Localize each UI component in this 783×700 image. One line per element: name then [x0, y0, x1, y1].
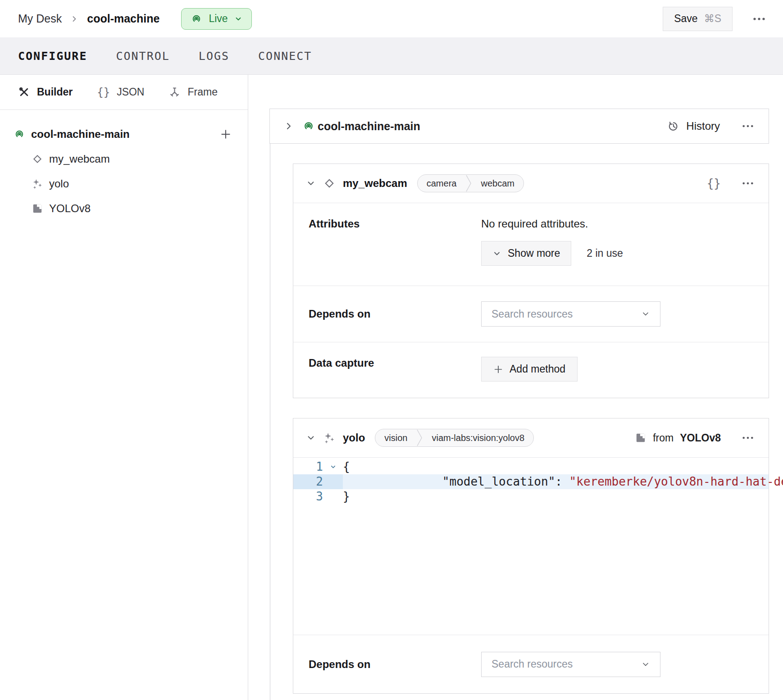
component-diamond-icon: [32, 153, 43, 165]
yolo-resource-card: yolo vision viam-labs:vision:yolov8: [293, 418, 769, 694]
more-menu-icon[interactable]: [742, 124, 754, 128]
sparkles-icon: [323, 432, 336, 444]
attributes-json-editor[interactable]: 1 { 2 "model_location": "keremberke/yolo…: [293, 457, 769, 635]
edit-json-icon[interactable]: {}: [707, 177, 721, 190]
view-tab-bar: Builder {} JSON Frame: [0, 75, 248, 110]
history-button[interactable]: History: [667, 120, 720, 132]
tree-item-label: yolo: [49, 177, 69, 190]
machine-part-card: cool-machine-main History: [269, 109, 769, 144]
from-module-name: YOLOv8: [680, 432, 721, 444]
breadcrumb-parent[interactable]: My Desk: [18, 12, 62, 25]
webcam-type-tag: camera: [418, 178, 466, 189]
yolo-depends-on-select[interactable]: Search resources: [481, 652, 660, 677]
part-title: cool-machine-main: [318, 120, 420, 133]
add-method-label: Add method: [510, 363, 565, 375]
line-number: 2: [293, 474, 323, 489]
yolo-type-model-tag: vision viam-labs:vision:yolov8: [375, 429, 534, 447]
module-icon: [635, 432, 646, 444]
add-resource-icon[interactable]: [220, 128, 232, 140]
broadcast-icon: [14, 128, 25, 140]
tab-logs[interactable]: LOGS: [199, 50, 229, 63]
collapse-chevron-down-icon[interactable]: [306, 433, 316, 443]
webcam-model-tag: webcam: [472, 178, 523, 189]
part-connector-rail: [270, 144, 270, 700]
depends-on-label: Depends on: [309, 309, 481, 319]
machine-status-live-button[interactable]: Live: [181, 8, 251, 30]
webcam-depends-on-section: Depends on Search resources: [293, 286, 769, 342]
line-number: 3: [293, 489, 323, 504]
tab-control[interactable]: CONTROL: [116, 50, 169, 63]
view-tab-frame-label: Frame: [187, 86, 217, 98]
view-tab-json-label: JSON: [117, 86, 144, 98]
more-menu-icon[interactable]: [742, 181, 754, 186]
show-more-label: Show more: [508, 247, 560, 259]
show-more-button[interactable]: Show more: [481, 241, 571, 266]
history-clock-icon: [667, 120, 680, 132]
webcam-depends-on-select[interactable]: Search resources: [481, 301, 660, 327]
webcam-resource-card: my_webcam camera webcam {} Attributes: [293, 164, 769, 398]
tree-item-module[interactable]: YOLOv8: [0, 196, 248, 221]
attributes-in-use-count: 2 in use: [587, 247, 623, 259]
tree-item-yolo[interactable]: yolo: [0, 171, 248, 196]
webcam-card-title: my_webcam: [343, 177, 407, 190]
tree-item-machine-part[interactable]: cool-machine-main: [0, 122, 248, 146]
yolo-model-tag: viam-labs:vision:yolov8: [423, 433, 533, 443]
expand-chevron-right-icon[interactable]: [283, 121, 294, 132]
json-separator: :: [555, 475, 569, 488]
broadcast-icon: [302, 120, 315, 132]
nav-tab-bar: CONFIGURE CONTROL LOGS CONNECT: [0, 37, 783, 75]
broadcast-icon: [191, 13, 202, 25]
config-sidebar: Builder {} JSON Frame: [0, 75, 248, 700]
view-tab-frame[interactable]: Frame: [168, 86, 217, 98]
chevron-down-icon: [234, 15, 242, 23]
fold-chevron-icon[interactable]: [323, 464, 343, 470]
code-line-2-active[interactable]: 2 "model_location": "keremberke/yolov8n-…: [293, 474, 769, 489]
tag-divider-chevron-icon: [465, 174, 472, 192]
chevron-down-icon: [492, 249, 501, 258]
data-capture-section: Data capture Add method: [293, 342, 769, 398]
breadcrumb: My Desk cool-machine: [18, 12, 159, 25]
add-method-button[interactable]: Add method: [481, 357, 578, 382]
depends-on-placeholder: Search resources: [492, 308, 573, 320]
save-label: Save: [674, 13, 697, 25]
yolo-card-header[interactable]: yolo vision viam-labs:vision:yolov8: [293, 418, 769, 457]
code-text: }: [343, 489, 350, 504]
tools-icon: [18, 86, 30, 98]
webcam-type-model-tag: camera webcam: [417, 174, 524, 192]
save-button[interactable]: Save ⌘S: [663, 7, 733, 31]
webcam-card-header[interactable]: my_webcam camera webcam {}: [293, 164, 769, 203]
json-string-value: "keremberke/yolov8n-hard-hat-detection": [569, 475, 783, 488]
tag-divider-chevron-icon: [416, 429, 423, 447]
plus-icon: [493, 364, 503, 374]
module-icon: [32, 203, 43, 214]
resource-tree: cool-machine-main my_webcam: [0, 110, 248, 221]
attributes-section: Attributes No required attributes. Show …: [293, 203, 769, 286]
from-prefix: from: [653, 432, 674, 444]
component-diamond-icon: [323, 177, 336, 190]
breadcrumb-current: cool-machine: [87, 12, 159, 25]
breadcrumb-chevron-icon: [70, 14, 79, 23]
depends-on-placeholder: Search resources: [492, 658, 573, 670]
attributes-empty-text: No required attributes.: [481, 218, 753, 230]
tree-item-webcam[interactable]: my_webcam: [0, 146, 248, 171]
tree-item-label: YOLOv8: [49, 202, 91, 215]
yolo-type-tag: vision: [375, 433, 416, 443]
tab-configure[interactable]: CONFIGURE: [18, 50, 87, 63]
chevron-down-icon: [641, 660, 650, 669]
more-menu-icon[interactable]: [752, 17, 766, 21]
json-key: "model_location": [442, 475, 555, 488]
tree-item-label: cool-machine-main: [31, 128, 130, 141]
frame-axes-icon: [168, 86, 181, 98]
more-menu-icon[interactable]: [742, 436, 754, 440]
yolo-card-title: yolo: [343, 432, 365, 444]
from-module-link[interactable]: from YOLOv8: [635, 432, 721, 444]
braces-icon: {}: [97, 86, 110, 99]
view-tab-json[interactable]: {} JSON: [97, 86, 144, 99]
attributes-label: Attributes: [309, 218, 481, 286]
depends-on-label: Depends on: [309, 658, 481, 671]
view-tab-builder-label: Builder: [37, 86, 73, 98]
view-tab-builder[interactable]: Builder: [18, 86, 73, 98]
collapse-chevron-down-icon[interactable]: [306, 178, 316, 188]
tab-connect[interactable]: CONNECT: [258, 50, 312, 63]
line-number: 1: [293, 459, 323, 474]
